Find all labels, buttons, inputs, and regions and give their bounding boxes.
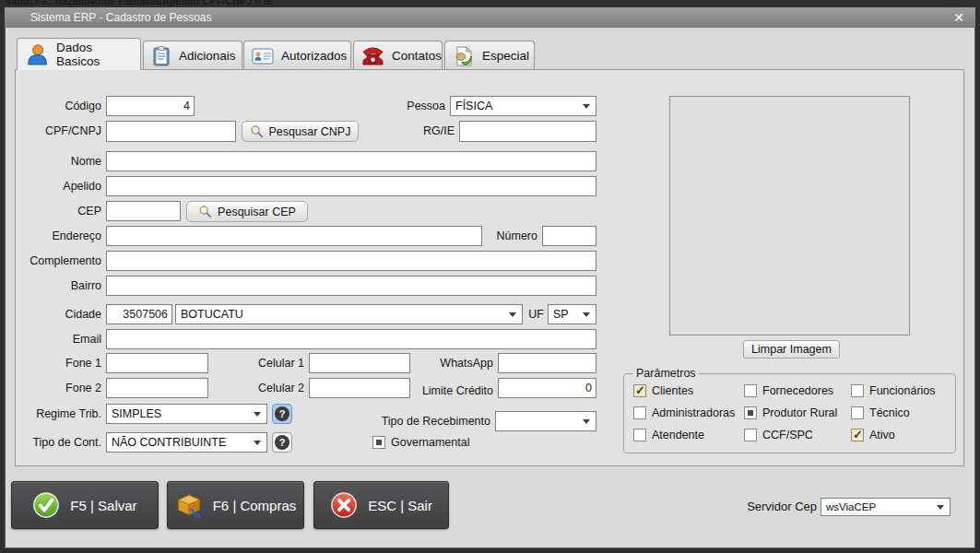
salvar-label: F5 | Salvar: [70, 498, 136, 513]
title-bar: Sistema ERP - Cadastro de Pessoas: [5, 7, 975, 28]
fone2-input[interactable]: [106, 378, 208, 398]
complemento-input[interactable]: [106, 251, 596, 271]
nome-input[interactable]: [106, 151, 596, 171]
person-icon: [25, 42, 49, 66]
governamental-label: Governamental: [391, 436, 469, 449]
chevron-down-icon: [583, 104, 590, 109]
chevron-down-icon: [937, 505, 944, 510]
checkbox-label: Funcionários: [869, 384, 936, 397]
parametros-group: Parâmetros Clientes Fornecedores Funcion…: [623, 367, 956, 453]
checkbox-atendente[interactable]: Atendente: [633, 426, 744, 443]
checkbox-icon: [851, 384, 864, 397]
sair-button[interactable]: ESC | Sair: [313, 481, 449, 529]
compras-label: F6 | Compras: [213, 498, 297, 513]
checkbox-label: Administradoras: [652, 406, 735, 419]
checkbox-fornecedores[interactable]: Fornecedores: [744, 382, 851, 399]
limpar-imagem-button[interactable]: Limpar Imagem: [743, 340, 840, 359]
pesquisar-cnpj-label: Pesqusar CNPJ: [269, 125, 351, 138]
regime-trib-select[interactable]: SIMPLES: [106, 404, 267, 424]
box-cart-icon: [175, 491, 203, 519]
whatsapp-label: WhatsApp: [429, 353, 493, 373]
clipboard-icon: [151, 45, 171, 67]
cidade-label: Cidade: [13, 304, 101, 324]
limite-credito-input[interactable]: [498, 378, 596, 398]
window-title: Sistema ERP - Cadastro de Pessoas: [30, 11, 212, 24]
checkbox-icon: [744, 429, 757, 441]
uf-label: UF: [522, 304, 544, 324]
tab-adicionais[interactable]: Adicionais: [143, 41, 242, 70]
background-window-text: sado: FX: Razão/Nome Fantasia/Apelido CP…: [6, 0, 974, 7]
bairro-input[interactable]: [106, 276, 596, 296]
cidade-select[interactable]: BOTUCATU: [175, 304, 523, 324]
checkbox-label: Produtor Rural: [762, 406, 837, 419]
celular2-input[interactable]: [309, 378, 410, 398]
fone2-label: Fone 2: [13, 378, 101, 398]
celular2-label: Celular 2: [249, 378, 304, 398]
salvar-button[interactable]: F5 | Salvar: [11, 481, 159, 529]
question-icon: ?: [275, 406, 289, 421]
email-input[interactable]: [106, 329, 596, 349]
whatsapp-input[interactable]: [498, 353, 596, 373]
checkbox-icon: [851, 429, 864, 441]
tipo-cont-value: NÃO CONTRIBUINTE: [107, 433, 266, 452]
pessoa-select[interactable]: FÍSICA: [450, 96, 596, 116]
close-icon[interactable]: ✕: [950, 9, 967, 26]
checkbox-label: CCF/SPC: [762, 429, 813, 441]
tab-especial[interactable]: Especial: [444, 41, 535, 70]
endereco-input[interactable]: [106, 226, 482, 246]
cpf-cnpj-input[interactable]: [106, 121, 236, 142]
rg-ie-input[interactable]: [459, 121, 596, 142]
uf-select[interactable]: SP: [548, 304, 596, 324]
tipo-recebimento-select[interactable]: [495, 411, 596, 431]
cep-input[interactable]: [106, 201, 181, 221]
checkbox-ativo[interactable]: Ativo: [851, 426, 955, 443]
numero-input[interactable]: [542, 226, 596, 246]
tipo-cont-help-button[interactable]: ?: [272, 432, 292, 453]
celular1-input[interactable]: [309, 353, 410, 373]
id-card-icon: [252, 48, 274, 65]
pessoa-image-box[interactable]: [669, 96, 910, 335]
apelido-label: Apelido: [13, 176, 101, 196]
check-circle-icon: [32, 491, 60, 519]
servidor-cep-label: Servidor Cep: [719, 497, 817, 517]
nome-label: Nome: [13, 151, 101, 171]
fone1-input[interactable]: [106, 353, 208, 373]
checkbox-label: Técnico: [869, 406, 910, 419]
endereco-label: Endereço: [13, 226, 101, 246]
tab-label: Dados Basicos: [56, 41, 131, 68]
pessoa-label: Pessoa: [387, 96, 445, 116]
codigo-input[interactable]: [106, 96, 195, 116]
special-doc-icon: [453, 45, 475, 67]
checkbox-administradoras[interactable]: Administradoras: [633, 404, 744, 421]
phone-icon: [361, 46, 384, 65]
checkbox-label: Clientes: [652, 384, 693, 397]
governamental-checkbox[interactable]: Governamental: [372, 436, 469, 449]
servidor-cep-value: wsViaCEP: [821, 499, 950, 515]
cidade-codigo-input[interactable]: [106, 304, 172, 324]
tipo-recebimento-label: Tipo de Recebimento: [373, 411, 490, 431]
regime-trib-help-button[interactable]: ?: [272, 404, 292, 424]
tab-contatos[interactable]: Contatos: [353, 41, 443, 70]
checkbox-funcionarios[interactable]: Funcionários: [851, 382, 955, 399]
servidor-cep-select[interactable]: wsViaCEP: [821, 498, 950, 516]
pesquisar-cnpj-button[interactable]: Pesqusar CNPJ: [242, 121, 359, 142]
checkbox-ccf-spc[interactable]: CCF/SPC: [744, 426, 851, 443]
numero-label: Número: [479, 226, 537, 246]
tab-autorizados[interactable]: Autorizados: [243, 41, 351, 70]
tab-label: Contatos: [392, 49, 442, 63]
pesquisar-cep-button[interactable]: Pesquisar CEP: [186, 201, 308, 222]
tipo-cont-select[interactable]: NÃO CONTRIBUINTE: [106, 432, 267, 453]
email-label: Email: [13, 329, 101, 349]
tab-dados-basicos[interactable]: Dados Basicos: [17, 38, 141, 70]
cpf-cnpj-label: CPF/CNPJ: [13, 121, 101, 141]
apelido-input[interactable]: [106, 176, 596, 196]
complemento-label: Complemento: [13, 251, 101, 271]
tab-label: Adicionais: [179, 49, 236, 63]
checkbox-tecnico[interactable]: Técnico: [851, 404, 955, 421]
checkbox-produtor-rural[interactable]: Produtor Rural: [744, 404, 851, 421]
checkbox-icon: [744, 406, 757, 419]
checkbox-clientes[interactable]: Clientes: [633, 382, 744, 399]
bairro-label: Bairro: [13, 276, 101, 296]
compras-button[interactable]: F6 | Compras: [167, 481, 304, 529]
x-circle-icon: [330, 491, 358, 519]
